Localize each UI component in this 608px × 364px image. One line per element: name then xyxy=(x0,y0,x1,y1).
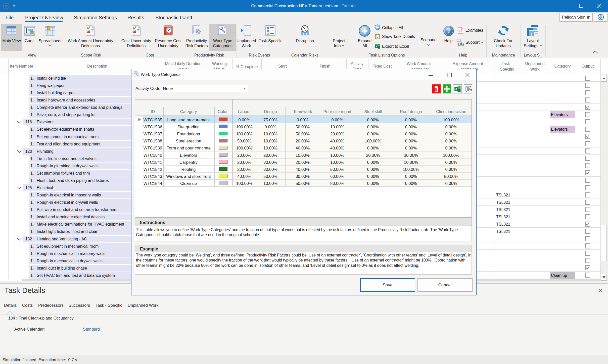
svg-text:?: ? xyxy=(447,27,451,34)
svg-text:?: ? xyxy=(470,89,472,92)
